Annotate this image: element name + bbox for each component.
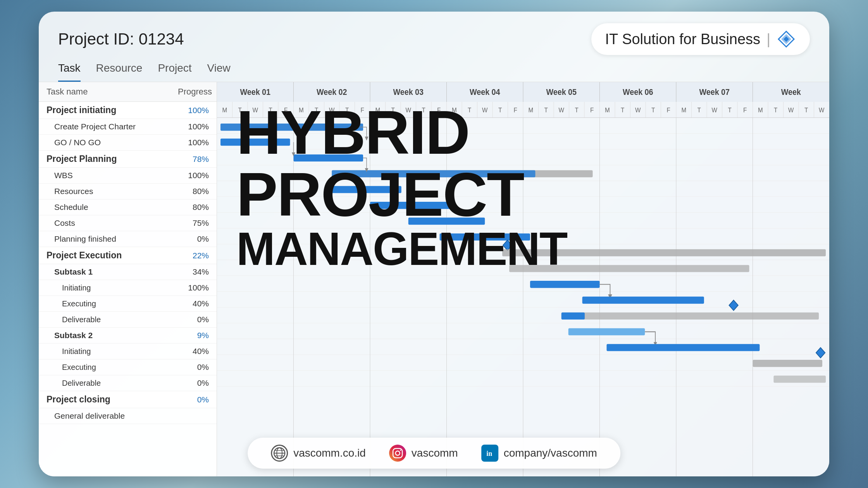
svg-rect-128 bbox=[294, 155, 363, 162]
svg-text:M: M bbox=[299, 106, 304, 113]
linkedin-text: company/vascomm bbox=[504, 447, 597, 459]
svg-point-158 bbox=[395, 451, 400, 455]
task-row[interactable]: Project Planning 78% bbox=[39, 151, 217, 168]
svg-text:W: W bbox=[788, 106, 794, 113]
svg-text:T: T bbox=[315, 106, 318, 113]
svg-text:Week 03: Week 03 bbox=[393, 87, 424, 96]
nav-tabs: Task Resource Project View bbox=[39, 59, 829, 82]
svg-rect-147 bbox=[753, 360, 823, 367]
svg-text:W: W bbox=[329, 106, 335, 113]
task-name: Resources bbox=[46, 187, 178, 196]
svg-text:M: M bbox=[375, 106, 380, 113]
task-row[interactable]: Project Execution 22% bbox=[39, 247, 217, 264]
tab-project[interactable]: Project bbox=[158, 59, 191, 82]
svg-text:F: F bbox=[437, 106, 441, 113]
svg-text:T: T bbox=[575, 106, 579, 113]
svg-text:T: T bbox=[544, 106, 548, 113]
svg-text:M: M bbox=[222, 106, 227, 113]
task-name: Project Execution bbox=[46, 250, 178, 261]
task-row[interactable]: Project closing 0% bbox=[39, 391, 217, 408]
task-progress: 9% bbox=[178, 331, 209, 340]
svg-text:T: T bbox=[498, 106, 502, 113]
gantt-chart: Week 01 Week 02 Week 03 Week 04 Week 05 … bbox=[217, 82, 829, 476]
task-row[interactable]: Create Project Charter 100% bbox=[39, 119, 217, 135]
tab-task[interactable]: Task bbox=[58, 59, 81, 82]
brand-badge: IT Solution for Business | bbox=[591, 23, 810, 55]
project-id: Project ID: 01234 bbox=[58, 30, 184, 48]
task-progress: 80% bbox=[178, 187, 209, 196]
svg-text:T: T bbox=[238, 106, 242, 113]
task-row[interactable]: Project initiating 100% bbox=[39, 102, 217, 119]
task-row[interactable]: Initiating 40% bbox=[39, 344, 217, 359]
tab-resource[interactable]: Resource bbox=[96, 59, 143, 82]
task-row[interactable]: Deliverable 0% bbox=[39, 375, 217, 391]
svg-text:M: M bbox=[452, 106, 457, 113]
svg-text:F: F bbox=[361, 106, 364, 113]
task-name: Project initiating bbox=[46, 105, 178, 115]
task-progress: 80% bbox=[178, 203, 209, 212]
social-linkedin[interactable]: in company/vascomm bbox=[481, 445, 597, 462]
content-area: Task name Progress Project initiating 10… bbox=[39, 82, 829, 476]
website-text: vascomm.co.id bbox=[293, 447, 366, 459]
svg-text:Week 05: Week 05 bbox=[546, 87, 577, 96]
task-progress: 100% bbox=[178, 122, 209, 131]
svg-text:T: T bbox=[269, 106, 272, 113]
svg-text:F: F bbox=[284, 106, 288, 113]
main-card: Project ID: 01234 IT Solution for Busine… bbox=[39, 12, 829, 476]
svg-text:T: T bbox=[468, 106, 471, 113]
social-website[interactable]: vascomm.co.id bbox=[271, 445, 366, 462]
task-row[interactable]: WBS 100% bbox=[39, 168, 217, 184]
task-row[interactable]: Subtask 1 34% bbox=[39, 264, 217, 280]
task-name: Costs bbox=[46, 218, 178, 228]
task-name: Project Planning bbox=[46, 154, 178, 164]
task-row[interactable]: Costs 75% bbox=[39, 215, 217, 231]
svg-text:F: F bbox=[590, 106, 594, 113]
svg-text:M: M bbox=[528, 106, 533, 113]
tab-view[interactable]: View bbox=[207, 59, 231, 82]
social-instagram[interactable]: vascomm bbox=[389, 445, 458, 462]
svg-text:T: T bbox=[804, 106, 808, 113]
task-progress: 78% bbox=[178, 155, 209, 164]
task-progress: 40% bbox=[178, 347, 209, 356]
footer-bar: vascomm.co.id vascomm in company/vascomm bbox=[248, 438, 620, 469]
svg-rect-143 bbox=[568, 328, 645, 335]
svg-rect-134 bbox=[440, 234, 530, 241]
svg-rect-132 bbox=[370, 202, 453, 209]
svg-rect-141 bbox=[561, 313, 819, 320]
task-name: Project closing bbox=[46, 394, 178, 405]
task-header-progress-label: Progress bbox=[178, 87, 209, 97]
brand-divider: | bbox=[766, 31, 770, 48]
instagram-icon bbox=[389, 445, 406, 462]
task-progress: 0% bbox=[178, 315, 209, 324]
task-row[interactable]: GO / NO GO 100% bbox=[39, 135, 217, 151]
svg-text:T: T bbox=[345, 106, 349, 113]
task-row[interactable]: Subtask 2 9% bbox=[39, 328, 217, 344]
svg-text:T: T bbox=[698, 106, 701, 113]
svg-rect-139 bbox=[582, 297, 704, 304]
svg-rect-131 bbox=[332, 186, 401, 193]
svg-text:T: T bbox=[621, 106, 624, 113]
svg-rect-127 bbox=[220, 139, 290, 146]
svg-text:M: M bbox=[758, 106, 763, 113]
task-progress: 100% bbox=[178, 171, 209, 180]
globe-icon bbox=[271, 445, 288, 462]
task-row[interactable]: General deliverable bbox=[39, 408, 217, 424]
task-row[interactable]: Resources 80% bbox=[39, 184, 217, 199]
svg-text:Week 06: Week 06 bbox=[623, 87, 653, 96]
task-name: Executing bbox=[46, 299, 178, 308]
task-row[interactable]: Planning finished 0% bbox=[39, 231, 217, 247]
task-panel: Task name Progress Project initiating 10… bbox=[39, 82, 217, 476]
task-row[interactable]: Deliverable 0% bbox=[39, 312, 217, 328]
svg-text:Week: Week bbox=[781, 87, 801, 96]
svg-text:W: W bbox=[819, 106, 825, 113]
linkedin-icon: in bbox=[481, 445, 498, 462]
svg-text:W: W bbox=[635, 106, 641, 113]
task-panel-header: Task name Progress bbox=[39, 82, 217, 102]
task-row[interactable]: Executing 0% bbox=[39, 359, 217, 375]
task-row[interactable]: Initiating 100% bbox=[39, 280, 217, 296]
svg-text:T: T bbox=[728, 106, 732, 113]
brand-name: IT Solution for Business bbox=[605, 31, 761, 48]
task-progress: 22% bbox=[178, 251, 209, 260]
task-row[interactable]: Schedule 80% bbox=[39, 199, 217, 215]
task-row[interactable]: Executing 40% bbox=[39, 296, 217, 312]
